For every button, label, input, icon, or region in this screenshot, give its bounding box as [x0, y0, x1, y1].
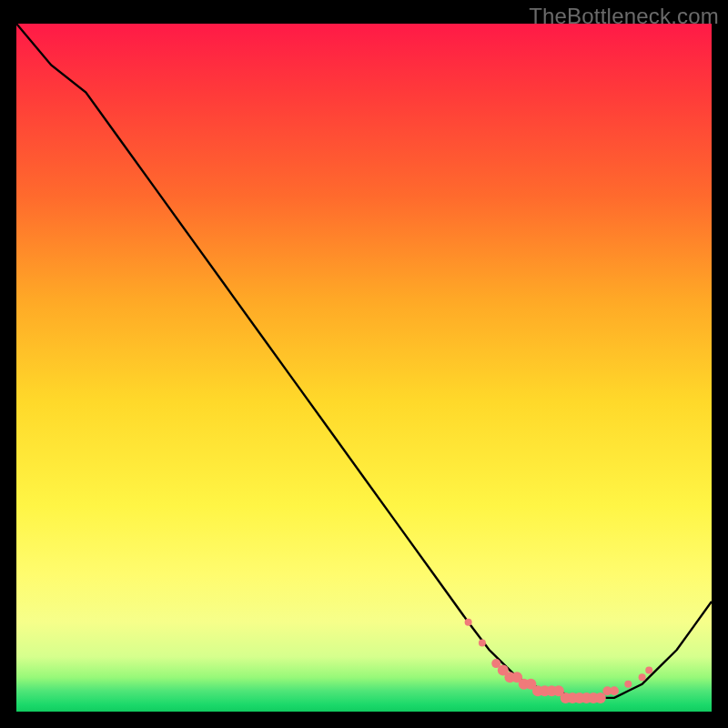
curve-marker — [639, 673, 646, 681]
curve-marker — [610, 686, 619, 695]
curve-marker — [624, 681, 632, 688]
curve-marker — [645, 667, 652, 674]
chart-frame: TheBottleneck.com — [0, 0, 728, 728]
curve-markers — [465, 619, 653, 703]
plot-area — [16, 24, 712, 712]
curve-marker — [479, 639, 486, 646]
bottleneck-curve — [16, 24, 712, 698]
chart-svg — [16, 24, 712, 712]
watermark-text: TheBottleneck.com — [529, 4, 719, 29]
curve-marker — [465, 619, 472, 626]
